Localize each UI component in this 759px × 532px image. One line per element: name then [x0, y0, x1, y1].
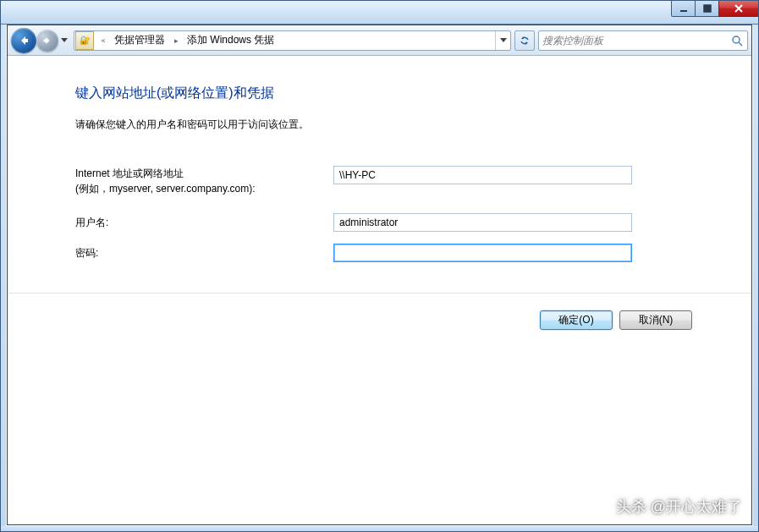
history-dropdown-icon[interactable] [58, 32, 70, 49]
minimize-button[interactable] [671, 0, 696, 17]
svg-point-3 [733, 36, 740, 43]
breadcrumb-item[interactable]: 添加 Windows 凭据 [182, 31, 279, 50]
page-subtitle: 请确保您键入的用户名和密码可以用于访问该位置。 [75, 118, 692, 132]
navigation-bar: 🔐 « 凭据管理器 ▸ 添加 Windows 凭据 [8, 25, 751, 56]
back-button[interactable] [11, 28, 36, 53]
breadcrumb-separator-icon[interactable]: « [97, 31, 109, 50]
search-box[interactable] [538, 30, 748, 51]
breadcrumb-item[interactable]: 凭据管理器 [109, 31, 170, 50]
chevron-right-icon[interactable]: ▸ [170, 31, 182, 50]
control-panel-icon: 🔐 [75, 31, 94, 50]
password-label: 密码: [75, 245, 333, 261]
divider [8, 293, 751, 293]
address-input[interactable] [333, 166, 632, 184]
search-input[interactable] [542, 35, 730, 47]
username-label: 用户名: [75, 215, 333, 230]
close-button[interactable] [718, 0, 759, 17]
breadcrumb[interactable]: 🔐 « 凭据管理器 ▸ 添加 Windows 凭据 [74, 30, 511, 51]
svg-rect-0 [680, 10, 687, 12]
username-input[interactable] [333, 213, 632, 232]
svg-rect-2 [704, 5, 711, 7]
breadcrumb-dropdown-icon[interactable] [495, 31, 510, 50]
window-titlebar [0, 0, 759, 25]
address-label: Internet 地址或网络地址 (例如，myserver, server.co… [75, 166, 333, 196]
cancel-button[interactable]: 取消(N) [619, 310, 692, 330]
maximize-button[interactable] [695, 0, 719, 17]
svg-line-4 [739, 42, 742, 46]
forward-button[interactable] [36, 30, 58, 52]
refresh-button[interactable] [514, 30, 535, 51]
search-icon[interactable] [730, 34, 744, 47]
ok-button[interactable]: 确定(O) [540, 310, 613, 330]
password-input[interactable] [333, 244, 632, 262]
page-title: 键入网站地址(或网络位置)和凭据 [75, 85, 692, 102]
